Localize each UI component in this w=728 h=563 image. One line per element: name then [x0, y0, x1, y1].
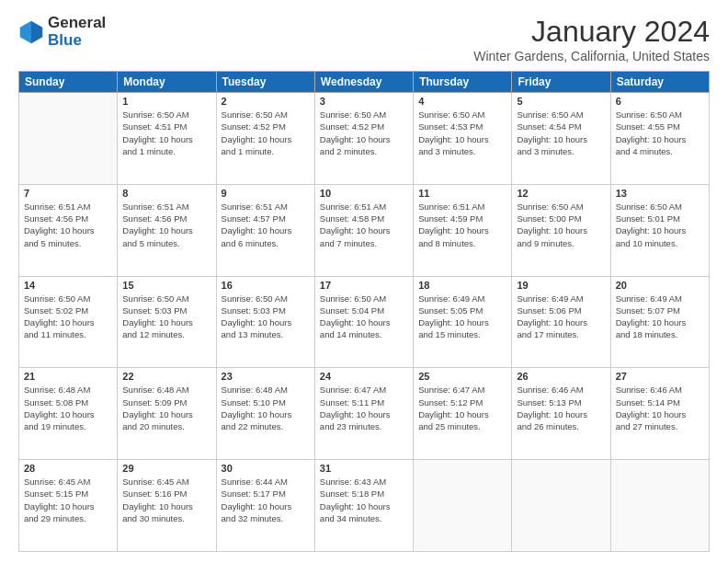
calendar-header-sunday: Sunday	[19, 72, 118, 93]
day-number: 18	[418, 280, 506, 291]
calendar-header-saturday: Saturday	[610, 72, 709, 93]
day-info: Sunrise: 6:45 AM Sunset: 5:15 PM Dayligh…	[24, 476, 112, 524]
calendar-cell	[414, 460, 512, 552]
day-number: 7	[24, 188, 112, 199]
day-number: 25	[418, 371, 506, 382]
day-number: 13	[616, 188, 704, 199]
day-number: 20	[616, 280, 704, 291]
calendar-cell	[610, 460, 709, 552]
day-number: 31	[320, 463, 408, 474]
day-number: 21	[24, 371, 112, 382]
calendar-week-2: 7Sunrise: 6:51 AM Sunset: 4:56 PM Daylig…	[19, 184, 710, 276]
calendar-cell: 31Sunrise: 6:43 AM Sunset: 5:18 PM Dayli…	[314, 460, 413, 552]
calendar-cell: 24Sunrise: 6:47 AM Sunset: 5:11 PM Dayli…	[314, 368, 413, 460]
day-info: Sunrise: 6:48 AM Sunset: 5:08 PM Dayligh…	[24, 384, 112, 432]
day-number: 5	[517, 96, 605, 107]
day-number: 30	[222, 463, 310, 474]
calendar-cell: 21Sunrise: 6:48 AM Sunset: 5:08 PM Dayli…	[19, 368, 118, 460]
calendar-header-wednesday: Wednesday	[314, 72, 413, 93]
calendar-cell: 9Sunrise: 6:51 AM Sunset: 4:57 PM Daylig…	[216, 184, 314, 276]
calendar-cell: 23Sunrise: 6:48 AM Sunset: 5:10 PM Dayli…	[216, 368, 314, 460]
day-info: Sunrise: 6:50 AM Sunset: 4:54 PM Dayligh…	[517, 109, 605, 157]
calendar-cell	[512, 460, 610, 552]
day-info: Sunrise: 6:46 AM Sunset: 5:13 PM Dayligh…	[517, 384, 605, 432]
calendar-cell: 13Sunrise: 6:50 AM Sunset: 5:01 PM Dayli…	[610, 184, 709, 276]
day-number: 3	[320, 96, 408, 107]
day-number: 17	[320, 280, 408, 291]
calendar-header-monday: Monday	[118, 72, 216, 93]
calendar-week-3: 14Sunrise: 6:50 AM Sunset: 5:02 PM Dayli…	[19, 276, 710, 368]
calendar-cell: 19Sunrise: 6:49 AM Sunset: 5:06 PM Dayli…	[512, 276, 610, 368]
day-info: Sunrise: 6:51 AM Sunset: 4:57 PM Dayligh…	[222, 201, 310, 249]
day-info: Sunrise: 6:50 AM Sunset: 5:00 PM Dayligh…	[517, 201, 605, 249]
calendar-cell: 14Sunrise: 6:50 AM Sunset: 5:02 PM Dayli…	[19, 276, 118, 368]
month-title: January 2024	[473, 15, 710, 49]
day-number: 27	[616, 371, 704, 382]
day-number: 22	[122, 371, 210, 382]
day-number: 11	[418, 188, 506, 199]
day-info: Sunrise: 6:50 AM Sunset: 5:03 PM Dayligh…	[222, 293, 310, 341]
calendar-cell: 7Sunrise: 6:51 AM Sunset: 4:56 PM Daylig…	[19, 184, 118, 276]
calendar-cell: 11Sunrise: 6:51 AM Sunset: 4:59 PM Dayli…	[414, 184, 512, 276]
calendar-week-1: 1Sunrise: 6:50 AM Sunset: 4:51 PM Daylig…	[19, 93, 710, 185]
day-info: Sunrise: 6:51 AM Sunset: 4:56 PM Dayligh…	[24, 201, 112, 249]
calendar-cell: 6Sunrise: 6:50 AM Sunset: 4:55 PM Daylig…	[610, 93, 709, 185]
day-info: Sunrise: 6:50 AM Sunset: 4:53 PM Dayligh…	[418, 109, 506, 157]
calendar-cell: 10Sunrise: 6:51 AM Sunset: 4:58 PM Dayli…	[314, 184, 413, 276]
calendar-header-row: SundayMondayTuesdayWednesdayThursdayFrid…	[19, 72, 710, 93]
logo: General Blue	[18, 15, 106, 49]
logo-blue: Blue	[48, 32, 106, 50]
calendar-cell	[19, 93, 118, 185]
day-info: Sunrise: 6:50 AM Sunset: 4:52 PM Dayligh…	[222, 109, 310, 157]
calendar-cell: 16Sunrise: 6:50 AM Sunset: 5:03 PM Dayli…	[216, 276, 314, 368]
calendar-header-tuesday: Tuesday	[216, 72, 314, 93]
calendar-cell: 25Sunrise: 6:47 AM Sunset: 5:12 PM Dayli…	[414, 368, 512, 460]
location: Winter Gardens, California, United State…	[473, 49, 710, 63]
day-info: Sunrise: 6:47 AM Sunset: 5:12 PM Dayligh…	[418, 384, 506, 432]
calendar-cell: 18Sunrise: 6:49 AM Sunset: 5:05 PM Dayli…	[414, 276, 512, 368]
calendar-cell: 1Sunrise: 6:50 AM Sunset: 4:51 PM Daylig…	[118, 93, 216, 185]
day-info: Sunrise: 6:50 AM Sunset: 5:04 PM Dayligh…	[320, 293, 408, 341]
day-number: 14	[24, 280, 112, 291]
calendar-header-friday: Friday	[512, 72, 610, 93]
day-number: 6	[616, 96, 704, 107]
svg-marker-1	[31, 20, 42, 43]
day-info: Sunrise: 6:47 AM Sunset: 5:11 PM Dayligh…	[320, 384, 408, 432]
day-info: Sunrise: 6:51 AM Sunset: 4:58 PM Dayligh…	[320, 201, 408, 249]
day-number: 4	[418, 96, 506, 107]
day-info: Sunrise: 6:50 AM Sunset: 4:52 PM Dayligh…	[320, 109, 408, 157]
day-info: Sunrise: 6:51 AM Sunset: 4:59 PM Dayligh…	[418, 201, 506, 249]
day-info: Sunrise: 6:46 AM Sunset: 5:14 PM Dayligh…	[616, 384, 704, 432]
calendar-week-4: 21Sunrise: 6:48 AM Sunset: 5:08 PM Dayli…	[19, 368, 710, 460]
day-number: 23	[222, 371, 310, 382]
logo-general: General	[48, 15, 106, 32]
calendar-cell: 22Sunrise: 6:48 AM Sunset: 5:09 PM Dayli…	[118, 368, 216, 460]
calendar-cell: 12Sunrise: 6:50 AM Sunset: 5:00 PM Dayli…	[512, 184, 610, 276]
calendar-cell: 5Sunrise: 6:50 AM Sunset: 4:54 PM Daylig…	[512, 93, 610, 185]
title-block: January 2024 Winter Gardens, California,…	[473, 15, 710, 63]
day-info: Sunrise: 6:49 AM Sunset: 5:05 PM Dayligh…	[418, 293, 506, 341]
day-number: 15	[122, 280, 210, 291]
calendar-cell: 4Sunrise: 6:50 AM Sunset: 4:53 PM Daylig…	[414, 93, 512, 185]
logo-text: General Blue	[48, 15, 106, 49]
calendar-cell: 30Sunrise: 6:44 AM Sunset: 5:17 PM Dayli…	[216, 460, 314, 552]
calendar-cell: 15Sunrise: 6:50 AM Sunset: 5:03 PM Dayli…	[118, 276, 216, 368]
day-info: Sunrise: 6:50 AM Sunset: 5:02 PM Dayligh…	[24, 293, 112, 341]
logo-icon	[18, 19, 44, 45]
calendar-cell: 27Sunrise: 6:46 AM Sunset: 5:14 PM Dayli…	[610, 368, 709, 460]
calendar-cell: 2Sunrise: 6:50 AM Sunset: 4:52 PM Daylig…	[216, 93, 314, 185]
day-number: 29	[122, 463, 210, 474]
day-number: 2	[222, 96, 310, 107]
page: General Blue January 2024 Winter Gardens…	[0, 0, 728, 563]
day-number: 8	[122, 188, 210, 199]
calendar-table: SundayMondayTuesdayWednesdayThursdayFrid…	[18, 71, 710, 552]
day-info: Sunrise: 6:49 AM Sunset: 5:07 PM Dayligh…	[616, 293, 704, 341]
calendar-week-5: 28Sunrise: 6:45 AM Sunset: 5:15 PM Dayli…	[19, 460, 710, 552]
day-number: 12	[517, 188, 605, 199]
day-info: Sunrise: 6:48 AM Sunset: 5:09 PM Dayligh…	[122, 384, 210, 432]
day-number: 26	[517, 371, 605, 382]
day-number: 24	[320, 371, 408, 382]
day-info: Sunrise: 6:44 AM Sunset: 5:17 PM Dayligh…	[222, 476, 310, 524]
calendar-cell: 29Sunrise: 6:45 AM Sunset: 5:16 PM Dayli…	[118, 460, 216, 552]
header: General Blue January 2024 Winter Gardens…	[18, 15, 710, 63]
